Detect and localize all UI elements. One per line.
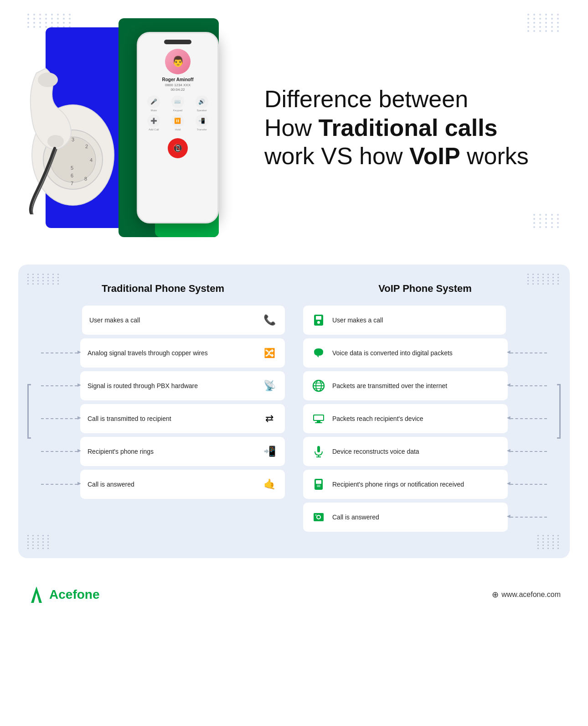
transfer-icon: 📲 — [196, 114, 208, 127]
diagram-dots-top-right — [527, 274, 561, 285]
traditional-step-1-text: User makes a call — [89, 316, 257, 324]
voip-title: VoIP Phone System — [303, 283, 547, 295]
traditional-arrow-5 — [41, 451, 77, 452]
transfer-label: Transfer — [197, 128, 207, 131]
add-call-label: Add Call — [149, 128, 159, 131]
svg-text:6: 6 — [71, 173, 73, 178]
traditional-step-5-box: Recipient's phone rings 📲 — [80, 437, 285, 466]
voip-arrow-5 — [511, 451, 547, 452]
voip-step-5-box: Device reconstructs voice data — [303, 437, 508, 466]
voip-step-2-icon — [310, 345, 327, 361]
traditional-step-3-text: Signal is routed through PBX hardware — [88, 382, 257, 390]
traditional-step-3-icon: 📡 — [261, 378, 278, 394]
voip-step-3-icon — [310, 378, 327, 394]
voip-step-1-text: User makes a call — [332, 316, 499, 324]
top-section: 3 2 4 5 6 7 8 👨 Roger Amino — [0, 0, 588, 255]
traditional-step-2: Analog signal travels through copper wir… — [41, 338, 285, 368]
traditional-step-2-icon: 🔀 — [261, 345, 278, 361]
traditional-step-2-box: Analog signal travels through copper wir… — [80, 338, 285, 368]
traditional-step-4: Call is transmitted to recipient ⇄ — [41, 404, 285, 433]
add-call-control: ➕ Add Call — [143, 114, 165, 131]
smartphone-mockup: 👨 Roger Aminoff 0800 1234 XXX 00:04:22 🎤… — [137, 32, 219, 223]
voip-step-5-icon — [310, 443, 327, 460]
voip-step-7-icon — [310, 509, 327, 525]
phone-notch — [164, 40, 191, 44]
voip-arrow-3 — [511, 385, 547, 386]
mute-control: 🎤 Mute — [143, 95, 165, 112]
left-bracket — [27, 384, 31, 439]
voip-step-6-icon — [310, 476, 327, 493]
svg-point-10 — [38, 73, 58, 87]
voip-dashed-6 — [511, 484, 547, 485]
traditional-step-1-box: User makes a call 📞 — [82, 306, 285, 335]
traditional-column: Traditional Phone System User makes a ca… — [41, 283, 285, 535]
voip-step-6-text: Recipient's phone rings or notification … — [332, 480, 500, 488]
landline-phone: 3 2 4 5 6 7 8 — [18, 46, 128, 216]
logo: Acefone — [27, 586, 99, 604]
dots-bottom-right — [533, 214, 561, 228]
svg-rect-28 — [316, 480, 321, 484]
voip-step-2-box: Voice data is converted into digital pac… — [303, 338, 508, 368]
voip-arrow-2 — [511, 353, 547, 353]
svg-point-14 — [317, 321, 320, 324]
voip-step-7: Call is answered — [303, 503, 547, 532]
voip-step-4: Packets reach recipient's device — [303, 404, 547, 433]
dashed-line-2 — [41, 353, 77, 353]
hold-control: ⏸️ Hold — [167, 114, 189, 131]
logo-text: Acefone — [49, 587, 99, 602]
traditional-step-3-box: Signal is routed through PBX hardware 📡 — [80, 371, 285, 400]
voip-column: VoIP Phone System User makes a call — [303, 283, 547, 535]
call-duration: 00:04:22 — [170, 88, 185, 92]
traditional-step-4-text: Call is transmitted to recipient — [88, 415, 257, 423]
traditional-flow-list: User makes a call 📞 Analog signal travel… — [41, 306, 285, 503]
svg-point-33 — [317, 516, 320, 519]
voip-step-4-box: Packets reach recipient's device — [303, 404, 508, 433]
dashed-line-3 — [41, 385, 77, 386]
traditional-title: Traditional Phone System — [41, 283, 285, 295]
traditional-step-1-icon: 📞 — [261, 312, 278, 328]
traditional-arrow-4 — [41, 418, 77, 419]
voip-step-4-text: Packets reach recipient's device — [332, 415, 500, 423]
voip-step-3: Packets are transmitted over the interne… — [303, 371, 547, 400]
svg-text:4: 4 — [90, 157, 93, 163]
traditional-step-6-icon: 🤙 — [261, 476, 278, 493]
traditional-arrow-2 — [41, 353, 77, 353]
traditional-arrow-3 — [41, 385, 77, 386]
voip-flow-list: User makes a call Voice data is conve — [303, 306, 547, 535]
transfer-control: 📲 Transfer — [191, 114, 213, 131]
svg-rect-23 — [315, 422, 322, 423]
end-call-button[interactable]: 📵 — [168, 138, 188, 158]
hold-label: Hold — [175, 128, 181, 131]
dashed-line-4 — [41, 418, 77, 419]
logo-icon — [27, 586, 46, 604]
voip-dashed-4 — [511, 418, 547, 419]
voip-step-7-box: Call is answered — [303, 503, 508, 532]
voip-arrow-4 — [511, 418, 547, 419]
voip-step-2: Voice data is converted into digital pac… — [303, 338, 547, 368]
phone-illustration: 3 2 4 5 6 7 8 👨 Roger Amino — [27, 18, 237, 237]
voip-step-7-text: Call is answered — [332, 513, 500, 521]
svg-text:5: 5 — [71, 165, 73, 171]
phone-number: 0800 1234 XXX — [165, 83, 191, 87]
speaker-label: Speaker — [196, 109, 206, 112]
svg-rect-24 — [317, 446, 320, 452]
svg-rect-21 — [314, 415, 323, 420]
traditional-step-2-text: Analog signal travels through copper wir… — [88, 349, 257, 357]
voip-step-5-text: Device reconstructs voice data — [332, 447, 500, 456]
keypad-control: ⌨️ Keypad — [167, 95, 189, 112]
mute-icon: 🎤 — [147, 95, 160, 108]
svg-text:8: 8 — [84, 176, 87, 182]
keypad-icon: ⌨️ — [171, 95, 184, 108]
dots-top-right — [527, 14, 561, 32]
diagram-section: Traditional Phone System User makes a ca… — [18, 264, 570, 558]
svg-point-11 — [47, 135, 64, 148]
traditional-step-5: Recipient's phone rings 📲 — [41, 437, 285, 466]
voip-step-3-text: Packets are transmitted over the interne… — [332, 382, 500, 390]
voip-step-1-box: User makes a call — [303, 306, 506, 335]
website-link: ⊕ www.acefone.com — [492, 590, 561, 600]
traditional-step-5-icon: 📲 — [261, 443, 278, 460]
svg-marker-35 — [31, 586, 42, 603]
svg-rect-29 — [317, 485, 320, 486]
voip-dashed-7 — [511, 517, 547, 518]
voip-dashed-2 — [511, 353, 547, 353]
